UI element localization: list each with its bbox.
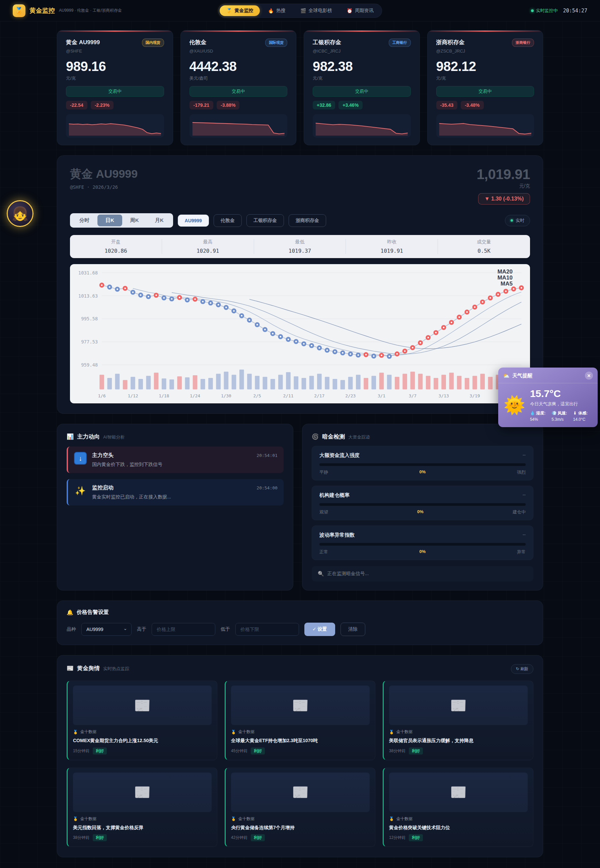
metric-institution: 机构建仓概率 -- 观望 0% 建仓中 — [312, 486, 533, 520]
newspaper-icon: 📰 — [292, 698, 309, 713]
svg-text:1/6: 1/6 — [98, 393, 106, 398]
symbol-tab-zscb[interactable]: 浙商积存金 — [289, 214, 326, 227]
card-accent — [57, 30, 173, 32]
market-status: 交易中 — [66, 86, 164, 97]
sentiment-badge: 利好 — [409, 747, 423, 755]
news-source: 金十数据 — [396, 729, 412, 735]
chart-symbol-title: 黄金 AU9999 — [70, 166, 138, 182]
news-thumbnail: 📰 — [231, 685, 370, 725]
stat-open: 1020.86 — [70, 248, 162, 254]
clear-alert-button[interactable]: 清除 — [341, 623, 365, 636]
kline-chart-area[interactable]: 1031.681013.63995.58977.53959.481/61/121… — [70, 264, 530, 403]
card-code: @ICBC_JRCJ — [313, 48, 411, 54]
card-name: 浙商积存金 — [436, 38, 465, 46]
chart-change-pill: ▼ 1.30 (-0.13%) — [478, 193, 530, 204]
news-time: 38分钟前 — [389, 748, 406, 754]
news-card[interactable]: 📰🥇金十数据美联储官员表示通胀压力缓解，支持降息38分钟前利好 — [383, 680, 533, 760]
gold-medal-icon: 🥇 — [73, 730, 78, 735]
card-code: @ZSCB_JRCJ — [436, 48, 534, 54]
sun-cloud-icon: ⛅ — [503, 373, 510, 379]
price-card-icbc-gold[interactable]: 工银积存金 工商银行 @ICBC_JRCJ 982.38 元/克 交易中 +32… — [304, 30, 420, 145]
news-title: COMEX黄金期货主力合约上涨12.50美元 — [73, 738, 212, 744]
app-title: 黄金监控 — [29, 6, 55, 15]
nav-tab-movie-chart[interactable]: 🎬 全球电影榜 — [294, 5, 338, 16]
symbol-select[interactable]: AU9999 — [81, 623, 132, 636]
sentiment-badge: 利好 — [251, 834, 265, 841]
news-card[interactable]: 📰🥇金十数据央行黄金储备连续第7个月增持42分钟前利好 — [225, 768, 375, 847]
news-source: 金十数据 — [396, 816, 412, 822]
newspaper-icon: 📰 — [450, 784, 467, 800]
stat-high: 1020.91 — [162, 248, 254, 254]
refresh-button[interactable]: ↻ 刷新 — [511, 664, 533, 674]
symbol-tab-icbc[interactable]: 工银积存金 — [247, 214, 284, 227]
news-source: 金十数据 — [238, 729, 255, 735]
change-value: -35.43 — [436, 101, 458, 109]
lower-price-input[interactable] — [235, 623, 299, 636]
svg-text:1031.68: 1031.68 — [78, 270, 98, 275]
upper-price-input[interactable] — [152, 623, 215, 636]
set-alert-button[interactable]: ✓ 设置 — [305, 623, 335, 636]
news-card[interactable]: 📰🥇金十数据全球最大黄金ETF持仓增加2.3吨至1070吨45分钟前利好 — [225, 680, 375, 760]
period-tab-monthly[interactable]: 月K — [147, 215, 172, 226]
weather-popup: ⛅ 天气提醒 ✕ 🌞 15.7°C 今日天气凉爽，适宜出行 💧 湿度: 54% … — [498, 367, 598, 427]
news-title: 黄金价格突破关键技术阻力位 — [389, 824, 528, 831]
news-thumbnail: 📰 — [231, 773, 370, 812]
news-card[interactable]: 📰🥇金十数据美元指数回落，支撑黄金价格反弹38分钟前利好 — [67, 768, 217, 847]
feed-item-bearish[interactable]: ↓ 主力空头 20:54:01 国内黄金价下跌，监控到下跌信号 — [67, 446, 283, 473]
news-card[interactable]: 📰🥇金十数据黄金价格突破关键技术阻力位12分钟前利好 — [383, 768, 533, 847]
stat-prev-close: 1019.91 — [346, 248, 438, 254]
weather-close-button[interactable]: ✕ — [585, 372, 593, 380]
price-card-au9999[interactable]: 黄金 AU9999 国内现货 @SHFE 989.16 元/克 交易中 -22.… — [57, 30, 173, 145]
app-logo-icon: 🏅 — [13, 5, 26, 17]
price-card-zs-gold[interactable]: 浙商积存金 浙商银行 @ZSCB_JRCJ 982.12 元/克 交易中 -35… — [427, 30, 543, 145]
live-dot-icon — [531, 9, 534, 12]
svg-text:1/30: 1/30 — [221, 393, 231, 398]
fire-icon: 🔥 — [268, 8, 274, 14]
price-card-london-gold[interactable]: 伦敦金 国际现货 @XAU/USD 4442.38 美元/盎司 交易中 -179… — [180, 30, 297, 145]
chart-symbol-sub: @SHFE · 2026/3/26 — [70, 184, 138, 190]
live-pill[interactable]: 实时 — [505, 215, 530, 226]
news-time: 45分钟前 — [231, 748, 247, 754]
gold-medal-icon: 🥇 — [389, 730, 394, 735]
chart-current-price: 1,019.91 — [477, 166, 530, 183]
sparkline-box — [66, 114, 164, 138]
price-alert-card: 🔔 价格告警设置 品种 AU9999 高于 低于 ✓ 设置 清除 — [57, 600, 543, 645]
stat-volume: 0.5K — [438, 248, 530, 254]
card-unit: 美元/盎司 — [189, 75, 288, 81]
sentiment-badge: 利好 — [93, 834, 107, 841]
weather-description: 今日天气凉爽，适宜出行 — [530, 401, 588, 407]
news-source: 金十数据 — [80, 816, 96, 822]
sun-icon: 🌞 — [504, 396, 525, 414]
card-accent — [304, 30, 420, 32]
nav-tab-cycle-news[interactable]: ⏰ 周期资讯 — [340, 5, 380, 16]
feed-item-startup[interactable]: ✨ 监控启动 20:54:00 黄金实时监控已启动，正在接入数据... — [67, 479, 283, 505]
symbol-tab-london[interactable]: 伦敦金 — [214, 214, 242, 227]
gold-medal-icon: 🥇 — [231, 730, 236, 735]
news-thumbnail: 📰 — [73, 685, 212, 725]
svg-text:3/19: 3/19 — [470, 393, 480, 398]
sparkline-chart — [191, 115, 286, 136]
nav-tab-hot-search[interactable]: 🔥 热搜 — [262, 5, 292, 16]
card-accent — [427, 30, 543, 32]
assistant-avatar[interactable]: 👧 — [7, 200, 33, 227]
stat-label: 最高 — [162, 239, 254, 245]
news-card[interactable]: 📰🥇金十数据COMEX黄金期货主力合约上涨12.50美元15分钟前利好 — [67, 680, 217, 760]
metric-volatility: 波动率异常指数 -- 正常 0% 异常 — [312, 526, 533, 560]
svg-text:2/23: 2/23 — [345, 393, 356, 398]
period-tab-minute[interactable]: 分时 — [71, 215, 97, 226]
nav-tab-gold-monitor[interactable]: 🥇 黄金监控 — [220, 5, 260, 16]
period-tab-daily[interactable]: 日K — [97, 215, 122, 226]
symbol-tab-au9999[interactable]: AU9999 — [178, 215, 209, 227]
card-badge: 国际现货 — [265, 38, 287, 47]
news-time: 15分钟前 — [73, 748, 89, 754]
dark-gold-panel: 🌀 暗金检测 大资金踪迹 大额资金流入强度 -- 平静 0% 强烈 机构建仓概 — [302, 424, 543, 590]
period-tab-weekly[interactable]: 周K — [122, 215, 147, 226]
magnifier-icon: 🔍 — [318, 571, 324, 577]
feels-like-stat: 🌡 体感: 14.0°C — [573, 410, 588, 422]
alarm-icon: ⏰ — [347, 8, 352, 14]
svg-text:3/1: 3/1 — [378, 393, 385, 398]
feed-time: 20:54:01 — [256, 453, 277, 458]
stat-label: 成交量 — [438, 239, 530, 245]
card-price: 982.12 — [436, 59, 534, 74]
news-time: 42分钟前 — [231, 835, 247, 841]
